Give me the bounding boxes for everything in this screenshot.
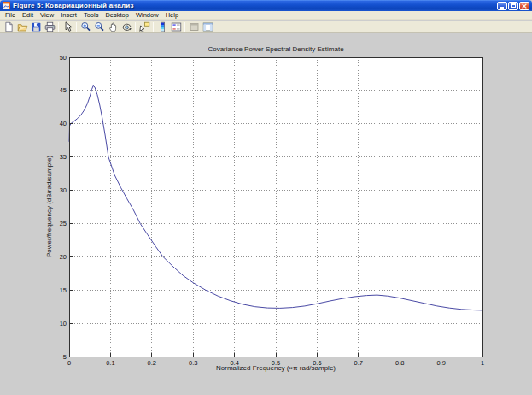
pan-icon [108, 21, 119, 32]
maximize-icon[interactable] [508, 2, 518, 10]
menu-view[interactable]: View [37, 11, 57, 20]
y-tick-label: 25 [60, 220, 67, 227]
rotate-3d-icon [121, 21, 132, 32]
menu-help[interactable]: Help [162, 11, 182, 20]
figure-canvas: Covariance Power Spectral Density Estima… [0, 33, 532, 395]
menu-edit[interactable]: Edit [19, 11, 37, 20]
data-cursor-icon [139, 21, 150, 32]
show-plot-tools-icon [202, 21, 213, 32]
pan-button[interactable] [106, 21, 120, 32]
y-tick-label: 50 [60, 54, 67, 62]
menu-desktop[interactable]: Desktop [102, 11, 132, 20]
open-file-icon [17, 21, 28, 32]
menu-tools[interactable]: Tools [80, 11, 102, 20]
x-tick-label: 0.7 [354, 359, 363, 367]
y-tick-label: 30 [60, 186, 67, 194]
menu-window[interactable]: Window [132, 11, 162, 20]
close-icon[interactable]: × [519, 2, 529, 10]
toolbar-separator [135, 22, 136, 32]
save-icon [31, 21, 42, 32]
menu-file[interactable]: File [2, 11, 19, 20]
zoom-out-button[interactable] [92, 21, 106, 32]
x-tick-label: 0.5 [272, 359, 280, 367]
x-tick-label: 1 [481, 359, 484, 367]
y-tick-label: 45 [60, 86, 67, 94]
figure-toolbar [0, 21, 532, 33]
psd-plot-axes[interactable]: 00.10.20.30.40.50.60.70.80.9151015202530… [47, 51, 508, 378]
y-tick-label: 35 [60, 153, 67, 161]
insert-colorbar-button[interactable] [155, 21, 169, 32]
save-button[interactable] [29, 21, 43, 32]
show-plot-tools-button[interactable] [201, 21, 214, 32]
rotate-3d-button[interactable] [120, 21, 133, 32]
matlab-figure-icon [3, 2, 10, 9]
toolbar-separator [76, 22, 77, 32]
edit-plot-button[interactable] [61, 21, 74, 32]
insert-legend-icon [171, 21, 182, 32]
y-tick-label: 40 [60, 120, 67, 127]
y-tick-label: 20 [60, 253, 67, 261]
insert-legend-button[interactable] [169, 21, 183, 32]
toolbar-separator [184, 22, 185, 32]
x-tick-label: 0.6 [313, 359, 321, 367]
x-tick-label: 0.3 [189, 359, 197, 367]
x-tick-label: 0.2 [148, 359, 156, 367]
new-figure-button[interactable] [2, 21, 15, 32]
x-tick-label: 0 [67, 359, 71, 367]
toolbar-separator [58, 22, 59, 32]
x-tick-label: 0.4 [230, 359, 238, 367]
x-tick-label: 0.8 [395, 359, 404, 367]
y-tick-label: 10 [60, 320, 67, 327]
insert-colorbar-icon [157, 21, 168, 32]
titlebar: Figure 5: Ковариационный анализ × [0, 0, 532, 11]
edit-plot-icon [62, 21, 73, 32]
zoom-out-icon [94, 21, 105, 32]
print-button[interactable] [43, 21, 56, 32]
open-file-button[interactable] [15, 21, 29, 32]
data-cursor-button[interactable] [137, 21, 151, 32]
window-controls: × [497, 2, 529, 10]
new-figure-icon [3, 21, 15, 32]
menu-insert[interactable]: Insert [57, 11, 80, 20]
toolbar-separator [153, 22, 154, 32]
window-title: Figure 5: Ковариационный анализ [13, 2, 497, 9]
x-tick-label: 0.9 [436, 359, 445, 367]
y-tick-label: 5 [63, 353, 67, 361]
print-icon [44, 21, 56, 32]
y-tick-label: 15 [60, 286, 67, 294]
zoom-in-button[interactable] [79, 21, 92, 32]
zoom-in-icon [80, 21, 91, 32]
hide-plot-tools-icon [189, 21, 200, 32]
x-tick-label: 0.1 [106, 359, 114, 367]
minimize-icon[interactable] [497, 2, 507, 10]
menubar: File Edit View Insert Tools Desktop Wind… [0, 11, 532, 20]
hide-plot-tools-button[interactable] [187, 21, 201, 32]
